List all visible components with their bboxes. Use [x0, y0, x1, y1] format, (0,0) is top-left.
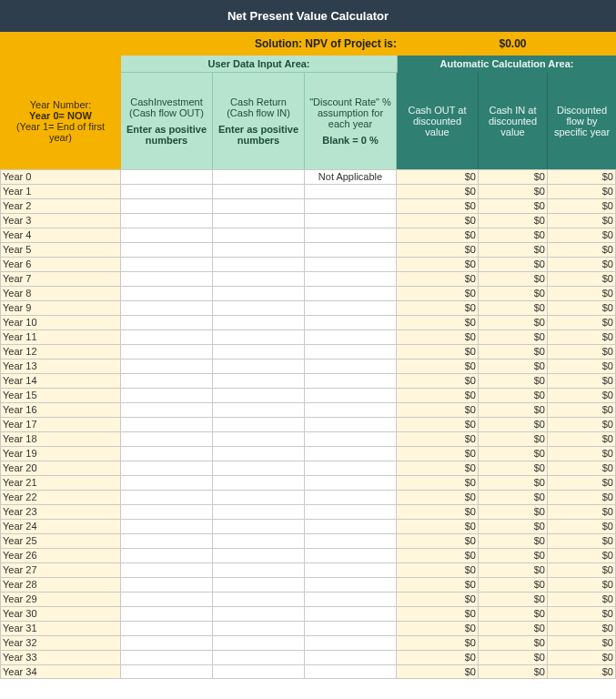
cell-cash-return[interactable]	[213, 359, 305, 373]
cell-cash-investment[interactable]	[121, 359, 213, 373]
cell-cash-return[interactable]	[213, 213, 305, 228]
cell-cash-return[interactable]	[213, 664, 305, 679]
cell-cash-investment[interactable]	[121, 519, 213, 533]
cell-cash-return[interactable]	[213, 490, 305, 504]
cell-cash-investment[interactable]	[121, 490, 213, 504]
cell-cash-investment[interactable]	[121, 431, 213, 446]
cell-cash-return[interactable]	[213, 198, 305, 213]
cell-cash-investment[interactable]	[121, 606, 213, 621]
cell-cash-return[interactable]	[213, 446, 305, 461]
cell-cash-return[interactable]	[213, 169, 305, 184]
cell-discount-rate[interactable]	[305, 271, 397, 286]
cell-discount-rate[interactable]	[305, 533, 397, 548]
cell-discount-rate[interactable]	[305, 329, 397, 344]
cell-cash-investment[interactable]	[121, 198, 213, 213]
cell-cash-investment[interactable]	[121, 286, 213, 300]
cell-cash-investment[interactable]	[121, 315, 213, 329]
cell-cash-investment[interactable]	[121, 650, 213, 664]
cell-discount-rate[interactable]	[305, 621, 397, 635]
cell-discount-rate[interactable]: Not Applicable	[305, 169, 397, 184]
cell-cash-investment[interactable]	[121, 577, 213, 592]
cell-cash-return[interactable]	[213, 533, 305, 548]
cell-cash-return[interactable]	[213, 184, 305, 198]
cell-cash-investment[interactable]	[121, 373, 213, 388]
cell-cash-return[interactable]	[213, 621, 305, 635]
cell-discount-rate[interactable]	[305, 359, 397, 373]
cell-cash-return[interactable]	[213, 635, 305, 650]
cell-cash-return[interactable]	[213, 388, 305, 402]
cell-discount-rate[interactable]	[305, 592, 397, 606]
cell-cash-investment[interactable]	[121, 344, 213, 359]
cell-cash-return[interactable]	[213, 431, 305, 446]
cell-discount-rate[interactable]	[305, 490, 397, 504]
cell-cash-return[interactable]	[213, 373, 305, 388]
cell-cash-investment[interactable]	[121, 592, 213, 606]
cell-cash-return[interactable]	[213, 228, 305, 242]
cell-cash-investment[interactable]	[121, 417, 213, 431]
cell-cash-investment[interactable]	[121, 300, 213, 315]
cell-cash-return[interactable]	[213, 417, 305, 431]
cell-cash-return[interactable]	[213, 519, 305, 533]
cell-cash-investment[interactable]	[121, 271, 213, 286]
cell-cash-return[interactable]	[213, 271, 305, 286]
cell-cash-investment[interactable]	[121, 635, 213, 650]
cell-cash-return[interactable]	[213, 548, 305, 562]
cell-discount-rate[interactable]	[305, 475, 397, 490]
cell-cash-investment[interactable]	[121, 402, 213, 417]
cell-discount-rate[interactable]	[305, 373, 397, 388]
cell-cash-return[interactable]	[213, 650, 305, 664]
cell-cash-investment[interactable]	[121, 461, 213, 475]
cell-cash-investment[interactable]	[121, 169, 213, 184]
cell-discount-rate[interactable]	[305, 562, 397, 577]
cell-cash-investment[interactable]	[121, 475, 213, 490]
cell-discount-rate[interactable]	[305, 257, 397, 271]
cell-cash-return[interactable]	[213, 606, 305, 621]
cell-cash-return[interactable]	[213, 475, 305, 490]
cell-cash-investment[interactable]	[121, 548, 213, 562]
cell-discount-rate[interactable]	[305, 228, 397, 242]
cell-cash-return[interactable]	[213, 402, 305, 417]
cell-cash-return[interactable]	[213, 329, 305, 344]
cell-cash-return[interactable]	[213, 300, 305, 315]
cell-discount-rate[interactable]	[305, 417, 397, 431]
cell-discount-rate[interactable]	[305, 446, 397, 461]
cell-cash-return[interactable]	[213, 461, 305, 475]
cell-cash-investment[interactable]	[121, 228, 213, 242]
cell-discount-rate[interactable]	[305, 577, 397, 592]
cell-cash-investment[interactable]	[121, 664, 213, 679]
cell-cash-investment[interactable]	[121, 446, 213, 461]
cell-cash-investment[interactable]	[121, 621, 213, 635]
cell-discount-rate[interactable]	[305, 344, 397, 359]
cell-cash-investment[interactable]	[121, 329, 213, 344]
cell-discount-rate[interactable]	[305, 504, 397, 519]
cell-cash-return[interactable]	[213, 344, 305, 359]
cell-discount-rate[interactable]	[305, 315, 397, 329]
cell-cash-investment[interactable]	[121, 257, 213, 271]
cell-cash-return[interactable]	[213, 504, 305, 519]
cell-discount-rate[interactable]	[305, 388, 397, 402]
cell-cash-investment[interactable]	[121, 504, 213, 519]
cell-cash-return[interactable]	[213, 257, 305, 271]
cell-cash-investment[interactable]	[121, 533, 213, 548]
cell-cash-return[interactable]	[213, 577, 305, 592]
cell-discount-rate[interactable]	[305, 402, 397, 417]
cell-discount-rate[interactable]	[305, 431, 397, 446]
cell-discount-rate[interactable]	[305, 664, 397, 679]
cell-discount-rate[interactable]	[305, 548, 397, 562]
cell-discount-rate[interactable]	[305, 184, 397, 198]
cell-cash-return[interactable]	[213, 562, 305, 577]
cell-cash-investment[interactable]	[121, 213, 213, 228]
cell-discount-rate[interactable]	[305, 650, 397, 664]
cell-discount-rate[interactable]	[305, 461, 397, 475]
cell-discount-rate[interactable]	[305, 519, 397, 533]
cell-discount-rate[interactable]	[305, 286, 397, 300]
cell-cash-investment[interactable]	[121, 388, 213, 402]
cell-cash-return[interactable]	[213, 286, 305, 300]
cell-discount-rate[interactable]	[305, 300, 397, 315]
cell-cash-investment[interactable]	[121, 562, 213, 577]
cell-cash-return[interactable]	[213, 592, 305, 606]
cell-discount-rate[interactable]	[305, 242, 397, 257]
cell-cash-return[interactable]	[213, 242, 305, 257]
cell-discount-rate[interactable]	[305, 606, 397, 621]
cell-cash-return[interactable]	[213, 315, 305, 329]
